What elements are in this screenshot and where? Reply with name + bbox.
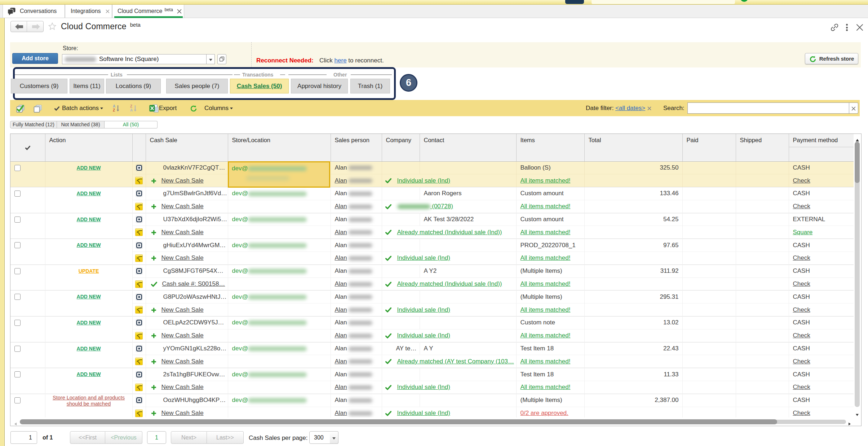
svg-text:A: A (113, 104, 115, 108)
svg-text:A: A (130, 108, 133, 112)
svg-text:Z: Z (130, 104, 132, 108)
svg-text:Z: Z (113, 108, 115, 112)
